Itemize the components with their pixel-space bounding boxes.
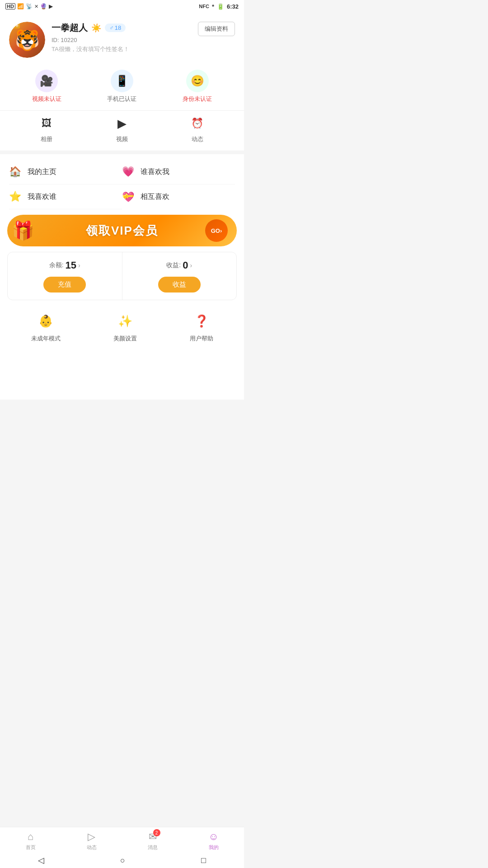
cert-id[interactable]: 😊 身份未认证 [183,70,212,103]
settings-help[interactable]: ❓ 用户帮助 [190,311,213,343]
vip-go-label: GO› [211,227,222,234]
action-video[interactable]: ▶ 视频 [113,114,131,143]
two-col-nav: 🏠 我的主页 💗 谁喜欢我 ⭐ 我喜欢谁 💝 相互喜欢 [0,158,244,209]
action-album[interactable]: 🖼 相册 [38,114,56,143]
avatar-badge: 虎年 [10,23,20,28]
vip-decor-icon: 🎁 [12,220,34,241]
balance-label-row: 余额: 15 › [49,259,80,271]
divider1 [0,151,244,154]
profile-sun-icon: ☀️ [91,23,101,33]
wifi-icon: 📡 [26,3,33,9]
age-value: 18 [115,24,121,31]
phone-cert-symbol: 📱 [115,75,129,87]
cert-phone[interactable]: 📱 手机已认证 [107,70,136,103]
action-dynamic[interactable]: ⏰ 动态 [188,114,206,143]
cert-phone-label: 手机已认证 [107,95,136,103]
home-icon: 🏠 [9,166,21,178]
action-row: 🖼 相册 ▶ 视频 ⏰ 动态 [0,110,244,151]
profile-section: 虎年 🐯 一拳超人 ☀️ ♂ 18 ID: 10220 TA很懒，没有填写个性签… [0,13,244,65]
minor-mode-label: 未成年模式 [31,335,61,343]
balance-section: 余额: 15 › 充值 [8,252,122,300]
avatar[interactable]: 虎年 🐯 [9,22,45,58]
nav-i-like[interactable]: ⭐ 我喜欢谁 [9,184,122,209]
heart-mutual-icon: 💝 [122,191,134,203]
nav-i-like-label: 我喜欢谁 [28,192,122,202]
income-section: 收益: 0 › 收益 [122,252,237,300]
time-display: 6:32 [227,3,239,10]
finance-card: 余额: 15 › 充值 收益: 0 › 收益 [7,252,237,300]
gender-age-badge: ♂ 18 [105,24,126,32]
hd-badge: HD [5,3,15,9]
nfc-icon: NFC [199,4,209,9]
settings-beauty[interactable]: ✨ 美颜设置 [113,311,137,343]
cert-phone-icon: 📱 [111,70,133,92]
nav-who-likes-me[interactable]: 💗 谁喜欢我 [122,160,235,184]
id-cert-symbol: 😊 [191,75,204,87]
income-label-row: 收益: 0 › [166,259,192,271]
certification-row: 🎥 视频未认证 📱 手机已认证 😊 身份未认证 [0,65,244,110]
cert-video-icon: 🎥 [35,70,58,92]
profile-id: ID: 10220 [52,37,192,43]
vip-banner[interactable]: 🎁 领取VIP会员 GO› [7,215,237,246]
video-cert-symbol: 🎥 [40,75,53,87]
help-label: 用户帮助 [190,335,213,343]
settings-minor-mode[interactable]: 👶 未成年模式 [31,311,61,343]
settings-row: 👶 未成年模式 ✨ 美颜设置 ❓ 用户帮助 [0,304,244,350]
battery-icon: 🔋 [217,3,224,10]
star-icon: ⭐ [9,191,21,203]
balance-label: 余额: [49,261,64,269]
album-icon: 🖼 [38,114,56,132]
status-right: NFC * 🔋 6:32 [199,3,239,10]
profile-bio: TA很懒，没有填写个性签名！ [52,45,192,53]
balance-amount: 15 [66,259,76,271]
album-label: 相册 [41,135,52,143]
status-bar: HD 📶 📡 ✕ 🔮 ▶ NFC * 🔋 6:32 [0,0,244,13]
avatar-tiger-emoji: 🐯 [15,28,40,52]
mute-icon: ✕ [34,4,38,9]
income-amount: 0 [183,259,188,271]
minor-mode-icon: 👶 [36,311,56,331]
gender-icon: ♂ [109,24,114,31]
nav-who-likes-me-label: 谁喜欢我 [141,167,235,177]
income-arrow: › [190,262,192,269]
dynamic-label: 动态 [192,135,203,143]
cert-id-label: 身份未认证 [183,95,212,103]
balance-arrow: › [78,262,80,269]
cert-video[interactable]: 🎥 视频未认证 [32,70,61,103]
recharge-button[interactable]: 充值 [43,277,86,292]
dynamic-icon: ⏰ [188,114,206,132]
nav-mutual-like[interactable]: 💝 相互喜欢 [122,184,235,209]
profile-info: 一拳超人 ☀️ ♂ 18 ID: 10220 TA很懒，没有填写个性签名！ [52,22,192,53]
status-left: HD 📶 📡 ✕ 🔮 ▶ [5,3,53,9]
video-label: 视频 [116,135,128,143]
nav-my-home[interactable]: 🏠 我的主页 [9,160,122,184]
profile-name: 一拳超人 [52,22,88,34]
bluetooth-icon: * [212,3,214,10]
cert-id-icon: 😊 [186,70,209,92]
edit-profile-button[interactable]: 编辑资料 [198,22,235,36]
vip-go-button[interactable]: GO› [205,219,228,242]
heart-pink-icon: 💗 [122,166,134,178]
profile-name-row: 一拳超人 ☀️ ♂ 18 [52,22,192,34]
income-button[interactable]: 收益 [158,277,201,292]
app-icon1: 🔮 [40,3,47,9]
beauty-label: 美颜设置 [113,335,137,343]
app-icon2: ▶ [49,3,53,9]
help-icon: ❓ [192,311,211,331]
nav-my-home-label: 我的主页 [28,167,122,177]
cert-video-label: 视频未认证 [32,95,61,103]
beauty-icon: ✨ [115,311,135,331]
video-icon: ▶ [113,114,131,132]
signal-icon: 📶 [17,3,24,9]
income-label: 收益: [166,261,181,269]
nav-mutual-label: 相互喜欢 [141,192,235,202]
vip-banner-text: 领取VIP会员 [86,223,158,239]
